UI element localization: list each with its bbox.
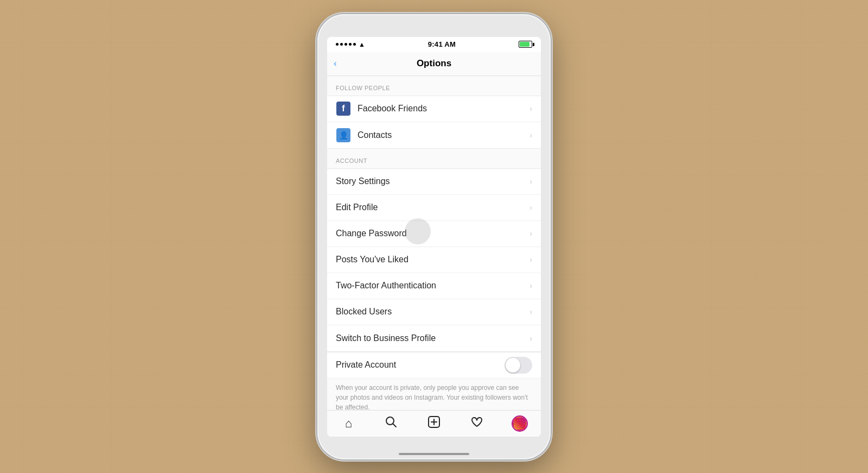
svg-line-1 <box>393 424 397 427</box>
tab-activity[interactable] <box>463 410 490 437</box>
heart-icon <box>471 416 483 431</box>
private-account-section: Private Account <box>327 352 541 379</box>
change-password-chevron-icon: › <box>529 229 532 238</box>
signal-dot-4 <box>349 43 352 46</box>
tab-bar: ⌂ <box>327 410 541 437</box>
posts-liked-item[interactable]: Posts You've Liked › <box>327 247 541 273</box>
two-factor-label: Two-Factor Authentication <box>336 281 525 291</box>
story-settings-item[interactable]: Story Settings › <box>327 169 541 195</box>
story-settings-chevron-icon: › <box>529 177 532 186</box>
nav-title: Options <box>417 58 451 69</box>
posts-liked-chevron-icon: › <box>529 255 532 264</box>
tab-add[interactable] <box>420 410 448 437</box>
battery-fill <box>520 42 529 47</box>
power-button <box>551 101 553 128</box>
blocked-users-chevron-icon: › <box>529 307 532 316</box>
facebook-logo-icon: f <box>336 102 350 116</box>
story-settings-label: Story Settings <box>336 176 525 186</box>
add-icon <box>428 416 440 431</box>
posts-liked-label: Posts You've Liked <box>336 255 525 264</box>
account-section: Story Settings › Edit Profile › Change P… <box>327 168 541 352</box>
signal-dot-1 <box>336 43 339 46</box>
private-account-label: Private Account <box>336 360 505 370</box>
account-header: ACCOUNT <box>327 149 541 168</box>
toggle-knob <box>506 358 520 373</box>
contacts-chevron-icon: › <box>529 131 532 140</box>
status-bar: ▲ 9:41 AM <box>327 37 541 52</box>
profile-avatar-icon <box>513 417 527 431</box>
back-chevron-icon: ‹ <box>334 58 337 69</box>
contacts-logo-icon: 👤 <box>336 128 350 142</box>
status-left: ▲ <box>336 41 365 48</box>
search-icon <box>385 416 397 431</box>
nav-bar: ‹ Options <box>327 52 541 76</box>
battery-icon <box>519 41 532 48</box>
edit-profile-item[interactable]: Edit Profile › <box>327 195 541 221</box>
phone-screen: ▲ 9:41 AM ‹ Options FOLLOW PEOPL <box>327 37 541 437</box>
blocked-users-label: Blocked Users <box>336 307 525 317</box>
switch-business-chevron-icon: › <box>529 334 532 343</box>
facebook-friends-label: Facebook Friends <box>358 104 525 113</box>
change-password-label: Change Password <box>336 229 525 238</box>
follow-people-header: FOLLOW PEOPLE <box>327 76 541 96</box>
edit-profile-label: Edit Profile <box>336 203 525 212</box>
clock: 9:41 AM <box>428 40 456 48</box>
edit-profile-chevron-icon: › <box>529 203 532 212</box>
private-account-toggle[interactable] <box>505 357 532 374</box>
change-password-item[interactable]: Change Password › <box>327 221 541 247</box>
facebook-friends-item[interactable]: f Facebook Friends › <box>327 96 541 122</box>
two-factor-chevron-icon: › <box>529 281 532 290</box>
blocked-users-item[interactable]: Blocked Users › <box>327 299 541 325</box>
phone-wrapper: ▲ 9:41 AM ‹ Options FOLLOW PEOPL <box>317 14 551 459</box>
signal-dots <box>336 43 356 46</box>
facebook-friends-chevron-icon: › <box>529 104 532 113</box>
signal-dot-5 <box>353 43 356 46</box>
two-factor-item[interactable]: Two-Factor Authentication › <box>327 273 541 299</box>
contacts-icon: 👤 <box>336 128 351 143</box>
private-account-row[interactable]: Private Account <box>327 352 541 379</box>
wifi-icon: ▲ <box>359 41 365 48</box>
home-indicator <box>399 453 469 455</box>
scroll-content[interactable]: FOLLOW PEOPLE f Facebook Friends › 👤 Con… <box>327 76 541 410</box>
facebook-icon: f <box>336 101 351 116</box>
signal-dot-2 <box>340 43 343 46</box>
home-icon: ⌂ <box>345 417 352 431</box>
switch-business-item[interactable]: Switch to Business Profile › <box>327 325 541 351</box>
tab-home[interactable]: ⌂ <box>335 410 362 437</box>
status-right <box>519 41 532 48</box>
phone-frame: ▲ 9:41 AM ‹ Options FOLLOW PEOPL <box>317 14 551 459</box>
tab-search[interactable] <box>378 410 405 437</box>
tab-profile[interactable] <box>506 410 533 437</box>
private-account-description: When your account is private, only peopl… <box>327 379 541 410</box>
signal-dot-3 <box>344 43 347 46</box>
follow-people-section: f Facebook Friends › 👤 Contacts › <box>327 96 541 149</box>
switch-business-label: Switch to Business Profile <box>336 333 525 343</box>
back-button[interactable]: ‹ <box>334 58 337 69</box>
contacts-label: Contacts <box>358 130 525 140</box>
contacts-item[interactable]: 👤 Contacts › <box>327 122 541 148</box>
